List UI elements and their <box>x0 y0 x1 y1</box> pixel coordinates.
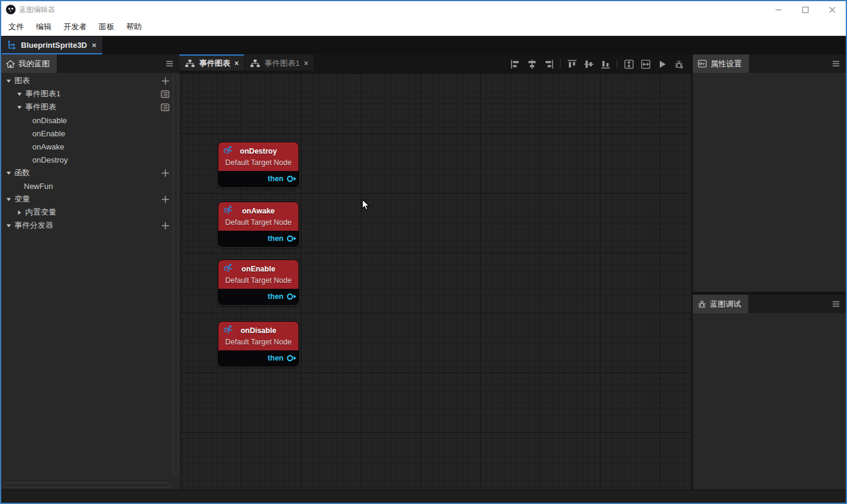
graph-tab-事件图表1[interactable]: 事件图表1× <box>245 54 313 71</box>
exec-pin-label: then <box>268 175 284 183</box>
node-title-row: onDisable <box>221 325 296 335</box>
graph-tab-事件图表[interactable]: 事件图表× <box>179 54 244 71</box>
debug-run-button[interactable] <box>674 59 684 69</box>
node-title-row: onDestroy <box>221 146 296 156</box>
align-left-button[interactable] <box>510 59 520 69</box>
node-header[interactable]: onDisableDefault Target Node <box>218 322 298 350</box>
menu-item-1[interactable]: 编辑 <box>30 18 57 35</box>
tree-item-label: 内置变量 <box>25 207 56 218</box>
add-icon <box>161 221 170 230</box>
caret-down-icon[interactable] <box>6 197 14 202</box>
status-bar <box>1 490 846 503</box>
tree-item-label: 事件图表 <box>25 102 56 112</box>
exec-pin-icon[interactable] <box>286 234 297 243</box>
close-button[interactable] <box>819 1 846 18</box>
tree-item-NewFun[interactable]: NewFun <box>1 179 179 193</box>
exec-pin-icon[interactable] <box>286 175 297 183</box>
tree-item-内置变量[interactable]: 内置变量 <box>1 206 179 219</box>
running-man-icon <box>223 205 234 215</box>
exec-pin-icon[interactable] <box>286 292 297 301</box>
tree-item-label: 变量 <box>14 194 30 204</box>
fit-width-button[interactable] <box>640 59 651 69</box>
right-panels: 属性设置 蓝图调试 <box>693 54 846 490</box>
doc-tab-close-icon[interactable]: × <box>92 41 97 50</box>
tree-item-事件图表1[interactable]: 事件图表1 <box>1 87 179 100</box>
caret-down-icon[interactable] <box>17 105 25 110</box>
graph-tab-label: 事件图表 <box>199 58 230 69</box>
fit-height-button[interactable] <box>623 59 634 69</box>
exec-pin-label: then <box>268 354 284 362</box>
win-max-icon <box>802 6 809 14</box>
sidebar-horizontal-scrollbar[interactable] <box>3 482 171 488</box>
window-controls <box>765 1 846 18</box>
tree-item-事件图表[interactable]: 事件图表 <box>1 100 179 114</box>
align-top-button[interactable] <box>566 59 577 69</box>
exec-pin-icon[interactable] <box>286 354 297 362</box>
tab-my-blueprint[interactable]: 我的蓝图 <box>1 54 57 73</box>
running-man-icon <box>223 263 234 273</box>
home-icon <box>6 60 15 68</box>
sidebar-vertical-scrollbar[interactable] <box>173 74 178 474</box>
debug-tab-label: 蓝图调试 <box>710 299 741 310</box>
event-node-onEnable[interactable]: onEnableDefault Target Nodethen <box>218 259 299 305</box>
caret-down-icon[interactable] <box>6 170 14 176</box>
node-header[interactable]: onAwakeDefault Target Node <box>218 202 298 231</box>
graph-tab-bar: 事件图表×事件图表1× <box>179 54 691 74</box>
tree-item-onDisable[interactable]: onDisable <box>1 114 179 127</box>
node-footer: then <box>218 171 298 187</box>
sitemap-icon <box>185 59 195 68</box>
app-logo-icon <box>6 5 16 14</box>
running-man-icon <box>223 325 234 335</box>
bug-icon <box>697 300 706 308</box>
play-icon <box>657 59 668 69</box>
event-node-onDestroy[interactable]: onDestroyDefault Target Nodethen <box>218 142 299 187</box>
graph-canvas[interactable]: onDestroyDefault Target NodethenonAwakeD… <box>179 74 691 490</box>
minimize-button[interactable] <box>765 1 792 18</box>
caret-down-icon[interactable] <box>6 78 14 84</box>
node-header[interactable]: onEnableDefault Target Node <box>218 260 298 289</box>
event-node-onAwake[interactable]: onAwakeDefault Target Nodethen <box>218 201 299 247</box>
fit-height-icon <box>624 59 634 69</box>
debug-menu-button[interactable] <box>832 301 846 307</box>
menu-bar: 文件编辑开发者面板帮助 <box>1 18 846 36</box>
tree-item-onEnable[interactable]: onEnable <box>1 127 179 140</box>
align-right-button[interactable] <box>543 59 554 69</box>
tree-item-label: onEnable <box>32 129 65 138</box>
tree-item-onAwake[interactable]: onAwake <box>1 140 179 153</box>
graph-tab-close-icon[interactable]: × <box>304 59 308 68</box>
tab-properties[interactable]: 属性设置 <box>693 54 749 73</box>
exec-pin-label: then <box>268 234 284 243</box>
running-man-icon <box>223 145 234 155</box>
tab-blueprint-debug[interactable]: 蓝图调试 <box>693 295 748 313</box>
properties-menu-button[interactable] <box>832 60 846 67</box>
graph-tab-close-icon[interactable]: × <box>234 59 239 68</box>
graph-tab-label: 事件图表1 <box>264 58 300 69</box>
doc-tab-blueprintsprite3d[interactable]: BlueprintSprite3D × <box>2 36 102 54</box>
align-v-center-icon <box>584 59 594 69</box>
align-v-center-button[interactable] <box>583 59 594 69</box>
event-node-onDisable[interactable]: onDisableDefault Target Nodethen <box>218 321 299 366</box>
sidebar-menu-button[interactable] <box>166 60 179 67</box>
mouse-cursor-icon <box>362 199 370 211</box>
caret-down-icon[interactable] <box>17 91 25 97</box>
menu-item-2[interactable]: 开发者 <box>57 18 93 35</box>
tree-item-图表[interactable]: 图表 <box>1 74 179 87</box>
tree-item-变量[interactable]: 变量 <box>1 193 179 206</box>
menu-item-4[interactable]: 帮助 <box>120 18 148 35</box>
exec-pin-label: then <box>268 292 284 301</box>
caret-down-icon[interactable] <box>6 223 14 228</box>
menu-item-3[interactable]: 面板 <box>93 18 120 35</box>
align-h-center-button[interactable] <box>526 59 537 69</box>
node-header[interactable]: onDestroyDefault Target Node <box>218 142 298 171</box>
win-min-icon <box>775 6 782 14</box>
tree-item-事件分发器[interactable]: 事件分发器 <box>1 219 179 232</box>
tree-item-onDestroy[interactable]: onDestroy <box>1 153 179 166</box>
caret-right-icon[interactable] <box>17 210 25 215</box>
node-title: onEnable <box>242 265 275 273</box>
maximize-button[interactable] <box>792 1 819 18</box>
align-bottom-button[interactable] <box>600 59 611 69</box>
tree-item-函数[interactable]: 函数 <box>1 166 179 179</box>
play-button[interactable] <box>657 59 668 69</box>
menu-item-0[interactable]: 文件 <box>2 18 30 35</box>
title-bar: 蓝图编辑器 <box>1 1 846 18</box>
